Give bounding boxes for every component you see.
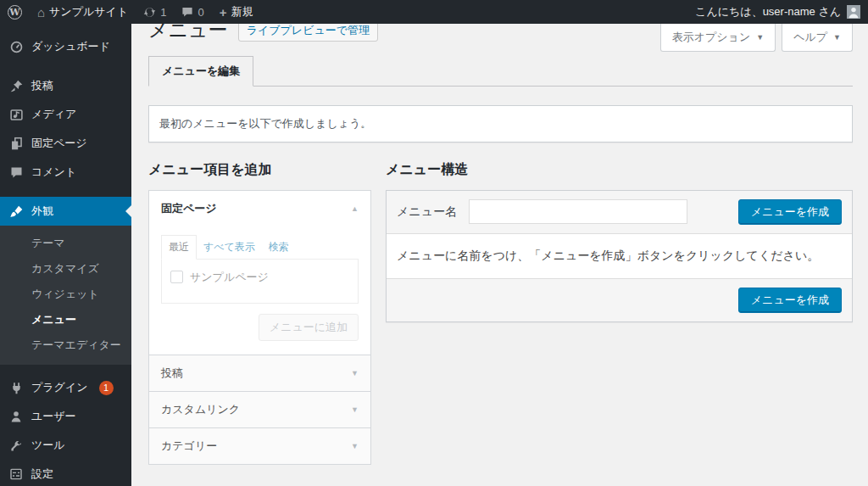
- subtab-most-recent[interactable]: 最近: [161, 235, 197, 260]
- admin-bar-left: W ⌂ サンプルサイト 1 0 + 新規: [0, 0, 260, 24]
- panel-categories: カテゴリー ▼: [148, 427, 371, 464]
- submenu-item-theme-editor[interactable]: テーマエディター: [0, 332, 131, 358]
- submenu-item-menus[interactable]: メニュー: [0, 307, 131, 332]
- page-checkbox-label: サンプルページ: [190, 270, 269, 285]
- sidebar-label: 投稿: [31, 78, 53, 93]
- site-name-label: サンプルサイト: [49, 4, 128, 20]
- wordpress-logo-icon: W: [8, 5, 22, 20]
- appearance-brush-icon: [8, 204, 24, 219]
- new-content-label: 新規: [231, 4, 253, 20]
- sidebar-label: 設定: [31, 466, 53, 482]
- create-menu-button-bottom[interactable]: メニューを作成: [738, 288, 842, 313]
- panel-pages-header[interactable]: 固定ページ ▲: [149, 191, 370, 226]
- page-checkbox-item[interactable]: サンプルページ: [170, 270, 349, 285]
- screen-options-button[interactable]: 表示オプション ▼: [660, 24, 776, 52]
- main-content: メニュー ライブプレビューで管理 メニューを編集 最初のメニューを以下で作成しま…: [131, 0, 868, 465]
- major-publishing-actions: メニューを作成: [387, 279, 852, 321]
- sidebar-label: ツール: [31, 438, 65, 453]
- updates-icon: [143, 6, 156, 19]
- menu-name-input[interactable]: [469, 199, 687, 224]
- create-menu-button-top[interactable]: メニューを作成: [738, 199, 842, 225]
- triangle-down-icon: ▼: [351, 442, 359, 450]
- site-name-link[interactable]: ⌂ サンプルサイト: [30, 0, 136, 24]
- triangle-up-icon: ▲: [351, 204, 359, 213]
- pages-icon: [8, 137, 24, 151]
- updates-link[interactable]: 1: [136, 0, 174, 24]
- home-icon: ⌂: [37, 6, 45, 19]
- plugin-update-badge: 1: [99, 381, 114, 395]
- menu-edit-box: メニュー名 メニューを作成 メニューに名前をつけ、「メニューを作成」ボタンをクリ…: [386, 190, 853, 322]
- submenu-item-customize[interactable]: カスタマイズ: [0, 256, 131, 282]
- panel-pages-disabled-area: 最近 すべて表示 検索 サンプルページ メ: [161, 235, 359, 341]
- sidebar-label: ユーザー: [31, 409, 76, 424]
- plugin-icon: [8, 381, 24, 395]
- submenu-item-themes[interactable]: テーマ: [0, 231, 131, 256]
- help-label: ヘルプ: [793, 30, 827, 45]
- sidebar-item-pages[interactable]: 固定ページ: [0, 129, 131, 158]
- panel-pages: 固定ページ ▲ 最近 すべて表示 検索: [148, 190, 371, 355]
- user-icon: [8, 410, 24, 423]
- panel-pages-body: 最近 すべて表示 検索 サンプルページ メ: [149, 235, 370, 355]
- sidebar-item-media[interactable]: メディア: [0, 100, 131, 129]
- panel-posts: 投稿 ▼: [148, 355, 371, 391]
- sidebar-item-plugins[interactable]: プラグイン 1: [0, 373, 131, 402]
- triangle-down-icon: ▼: [351, 405, 359, 414]
- pushpin-icon: [8, 79, 24, 93]
- triangle-down-icon: ▼: [351, 369, 359, 377]
- plus-icon: +: [220, 6, 227, 19]
- chevron-down-icon: ▼: [833, 33, 841, 42]
- menu-instruction-text: メニューに名前をつけ、「メニューを作成」ボタンをクリックしてください。: [387, 234, 852, 279]
- sidebar-item-posts[interactable]: 投稿: [0, 71, 131, 100]
- chevron-down-icon: ▼: [756, 33, 764, 42]
- sidebar-item-users[interactable]: ユーザー: [0, 402, 131, 431]
- sidebar-item-appearance[interactable]: 外観: [0, 197, 131, 226]
- sidebar-item-tools[interactable]: ツール: [0, 431, 131, 460]
- add-menu-items-column: メニュー項目を追加 固定ページ ▲ 最近 すべて表示 検索: [148, 161, 371, 465]
- panel-categories-header[interactable]: カテゴリー ▼: [149, 428, 370, 464]
- pages-checklist: サンプルページ: [161, 260, 359, 304]
- user-greeting: こんにちは、user-name さん: [695, 4, 841, 20]
- new-content-link[interactable]: + 新規: [212, 0, 261, 24]
- first-menu-notice: 最初のメニューを以下で作成しましょう。: [148, 105, 853, 142]
- checkbox[interactable]: [170, 271, 183, 283]
- sidebar-label: コメント: [31, 165, 76, 180]
- sidebar-item-settings[interactable]: 設定: [0, 460, 131, 486]
- button-controls: メニューに追加: [161, 314, 359, 341]
- wordpress-logo-menu[interactable]: W: [0, 0, 30, 24]
- panel-posts-header[interactable]: 投稿 ▼: [149, 355, 370, 391]
- panel-custom-links: カスタムリンク ▼: [148, 391, 371, 427]
- wrench-icon: [8, 439, 24, 452]
- nav-tab-wrapper: メニューを編集: [148, 56, 853, 87]
- sidebar-item-comments[interactable]: コメント: [0, 158, 131, 187]
- add-to-menu-button[interactable]: メニューに追加: [259, 314, 359, 341]
- menu-name-row: メニュー名 メニューを作成: [387, 191, 852, 234]
- comments-icon: [8, 166, 24, 179]
- subtab-view-all[interactable]: すべて表示: [197, 236, 262, 259]
- menu-name-label: メニュー名: [397, 204, 457, 220]
- pages-subtabs: 最近 すべて表示 検索: [161, 235, 359, 260]
- comment-count: 0: [198, 6, 203, 19]
- menu-structure-heading: メニュー構造: [386, 161, 853, 179]
- admin-bar: W ⌂ サンプルサイト 1 0 + 新規 こんにちは、user-name さん: [0, 0, 868, 24]
- submenu-item-widgets[interactable]: ウィジェット: [0, 282, 131, 307]
- tab-edit-menus[interactable]: メニューを編集: [148, 56, 253, 87]
- sidebar-item-dashboard[interactable]: ダッシュボード: [0, 32, 131, 61]
- panel-custom-links-header[interactable]: カスタムリンク ▼: [149, 392, 370, 427]
- panel-custom-links-title: カスタムリンク: [161, 402, 240, 417]
- avatar: [847, 5, 860, 19]
- current-menu-arrow: [125, 205, 131, 217]
- panel-categories-title: カテゴリー: [161, 439, 217, 454]
- settings-sliders-icon: [8, 467, 24, 481]
- sidebar-label: プラグイン: [31, 380, 88, 395]
- menu-items-accordion: 固定ページ ▲ 最近 すべて表示 検索: [148, 190, 371, 465]
- update-count: 1: [160, 6, 166, 19]
- comments-link[interactable]: 0: [174, 0, 211, 24]
- sidebar-label: 外観: [31, 204, 53, 219]
- add-menu-items-heading: メニュー項目を追加: [148, 161, 371, 179]
- admin-bar-right[interactable]: こんにちは、user-name さん: [695, 0, 868, 24]
- panel-posts-title: 投稿: [161, 366, 183, 381]
- subtab-search[interactable]: 検索: [262, 236, 296, 259]
- admin-sidebar: ダッシュボード 投稿 メディア 固定ページ コメント 外観 テーマ カスタマイズ: [0, 24, 131, 486]
- help-button[interactable]: ヘルプ ▼: [782, 24, 853, 52]
- menu-structure-column: メニュー構造 メニュー名 メニューを作成 メニューに名前をつけ、「メニューを作成…: [386, 161, 853, 322]
